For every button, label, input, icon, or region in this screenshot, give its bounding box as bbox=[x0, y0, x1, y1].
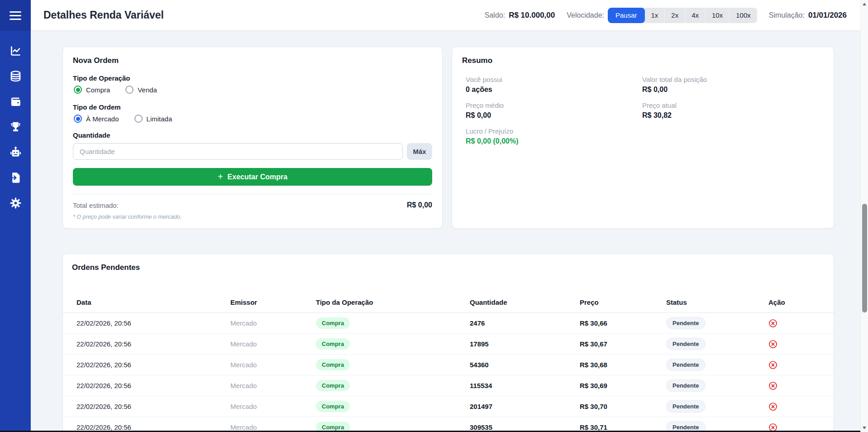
new-order-title: Nova Ordem bbox=[73, 56, 119, 65]
column-header-status: Status bbox=[666, 298, 768, 306]
speed-button-1x[interactable]: 1x bbox=[645, 8, 665, 23]
radio-compra[interactable]: Compra bbox=[74, 86, 110, 94]
radio-selected-icon[interactable] bbox=[74, 86, 82, 94]
top-header: Detalhes Renda Variável Saldo: R$ 10.000… bbox=[31, 0, 860, 31]
sidebar-item-settings[interactable] bbox=[0, 190, 31, 216]
order-date: 22/02/2026, 20:56 bbox=[76, 340, 230, 348]
summary-title: Resumo bbox=[462, 56, 492, 65]
table-row: 22/02/2026, 20:56MercadoCompra54360R$ 30… bbox=[63, 355, 834, 375]
balance-label: Saldo: bbox=[485, 11, 505, 19]
summary-item-value: R$ 30,82 bbox=[642, 110, 677, 121]
sidebar-item-wallet[interactable] bbox=[0, 89, 31, 114]
summary-item-value: R$ 0,00 (0,00%) bbox=[466, 136, 519, 147]
speed-button-2x[interactable]: 2x bbox=[664, 8, 685, 23]
plus-icon: + bbox=[218, 172, 223, 181]
quantity-input[interactable] bbox=[73, 143, 403, 160]
speed-control: Velocidade: Pausar1x2x4x10x100x bbox=[567, 8, 757, 23]
speed-button-4x[interactable]: 4x bbox=[685, 8, 705, 23]
summary-item: Preço médioR$ 0,00 bbox=[466, 101, 504, 121]
max-button[interactable]: Máx bbox=[407, 143, 432, 160]
menu-icon[interactable] bbox=[0, 0, 31, 31]
sidebar-item-statements[interactable] bbox=[0, 165, 31, 190]
column-header-preço: Preço bbox=[580, 298, 666, 306]
table-row: 22/02/2026, 20:56MercadoCompra115534R$ 3… bbox=[63, 375, 834, 396]
summary-item: Lucro / PrejuízoR$ 0,00 (0,00%) bbox=[466, 127, 519, 147]
table-cell: Compra bbox=[316, 401, 470, 412]
order-price: R$ 30,68 bbox=[580, 361, 666, 369]
radio-limitada[interactable]: Limitada bbox=[134, 115, 172, 123]
table-cell: Pendente bbox=[666, 379, 768, 392]
radio-selected-icon[interactable] bbox=[74, 115, 82, 123]
order-issuer: Mercado bbox=[230, 382, 316, 389]
order-issuer: Mercado bbox=[230, 319, 316, 327]
operation-type-badge: Compra bbox=[316, 317, 350, 329]
radio-unselected-icon[interactable] bbox=[125, 86, 134, 94]
sidebar-item-assets[interactable] bbox=[0, 63, 31, 89]
order-status-badge: Pendente bbox=[666, 338, 706, 350]
radio-label: À Mercado bbox=[86, 115, 119, 123]
summary-item: Você possui0 ações bbox=[466, 75, 502, 95]
cancel-order-icon bbox=[768, 360, 777, 370]
speed-button-pausar[interactable]: Pausar bbox=[608, 8, 645, 23]
table-cell: Pendente bbox=[666, 317, 768, 329]
vertical-scrollbar[interactable] bbox=[860, 0, 868, 432]
table-cell-action bbox=[768, 381, 820, 391]
radio-à-mercado[interactable]: À Mercado bbox=[74, 115, 119, 123]
summary-item-label: Valor total da posição bbox=[642, 75, 707, 84]
summary-item-value: 0 ações bbox=[466, 84, 502, 95]
operation-type-badge: Compra bbox=[316, 380, 350, 391]
order-quantity: 115534 bbox=[470, 382, 580, 389]
column-header-data: Data bbox=[76, 298, 230, 306]
speed-label: Velocidade: bbox=[567, 11, 604, 19]
quantity-label: Quantidade bbox=[73, 131, 110, 139]
table-row: 22/02/2026, 20:56MercadoCompra201497R$ 3… bbox=[63, 396, 834, 417]
header-controls: Saldo: R$ 10.000,00 Velocidade: Pausar1x… bbox=[485, 8, 860, 23]
order-price: R$ 30,70 bbox=[580, 403, 666, 410]
order-date: 22/02/2026, 20:56 bbox=[76, 423, 230, 431]
order-quantity: 2476 bbox=[470, 319, 580, 327]
radio-label: Limitada bbox=[147, 115, 172, 123]
scrollbar-thumb[interactable] bbox=[862, 204, 867, 312]
cancel-order-icon bbox=[768, 319, 777, 328]
estimated-total-label: Total estimado: bbox=[73, 202, 119, 209]
sidebar-item-market[interactable] bbox=[0, 38, 31, 63]
order-date: 22/02/2026, 20:56 bbox=[76, 361, 230, 369]
sidebar-item-bots[interactable] bbox=[0, 139, 31, 165]
order-issuer: Mercado bbox=[230, 340, 316, 348]
table-cell: Pendente bbox=[666, 359, 768, 371]
speed-button-10x[interactable]: 10x bbox=[705, 8, 729, 23]
table-cell-action bbox=[768, 360, 820, 370]
cancel-order-button[interactable] bbox=[768, 381, 778, 391]
table-cell-action bbox=[768, 339, 820, 349]
scroll-up-arrow-icon[interactable] bbox=[863, 3, 866, 5]
scroll-down-arrow-icon[interactable] bbox=[863, 427, 866, 429]
table-row: 22/02/2026, 20:56MercadoCompra17895R$ 30… bbox=[63, 334, 834, 355]
cancel-order-button[interactable] bbox=[768, 318, 778, 328]
column-header-quantidade: Quantidade bbox=[470, 298, 580, 306]
order-price: R$ 30,69 bbox=[580, 382, 666, 389]
order-status-badge: Pendente bbox=[666, 379, 706, 392]
trophy-icon bbox=[10, 121, 22, 133]
divider bbox=[73, 194, 432, 194]
operation-type-radio-group: CompraVenda bbox=[74, 86, 157, 94]
sidebar-item-ranking[interactable] bbox=[0, 114, 31, 139]
gear-icon bbox=[10, 197, 22, 209]
speed-button-100x[interactable]: 100x bbox=[729, 8, 757, 23]
cancel-order-button[interactable] bbox=[768, 339, 778, 349]
operation-type-badge: Compra bbox=[316, 359, 350, 370]
order-issuer: Mercado bbox=[230, 423, 316, 431]
table-cell-action bbox=[768, 318, 820, 328]
radio-venda[interactable]: Venda bbox=[125, 86, 157, 94]
order-type-radio-group: À MercadoLimitada bbox=[74, 115, 172, 123]
order-price: R$ 30,66 bbox=[580, 319, 666, 327]
execute-buy-button[interactable]: + Executar Compra bbox=[73, 168, 432, 186]
order-price: R$ 30,67 bbox=[580, 340, 666, 348]
cancel-order-button[interactable] bbox=[768, 360, 778, 370]
order-quantity: 17895 bbox=[470, 340, 580, 348]
table-cell: Compra bbox=[316, 338, 470, 350]
cancel-order-button[interactable] bbox=[768, 402, 778, 412]
order-status-badge: Pendente bbox=[666, 317, 706, 329]
column-header-emissor: Emissor bbox=[230, 298, 316, 306]
radio-unselected-icon[interactable] bbox=[134, 115, 143, 123]
cancel-order-icon bbox=[768, 381, 777, 390]
